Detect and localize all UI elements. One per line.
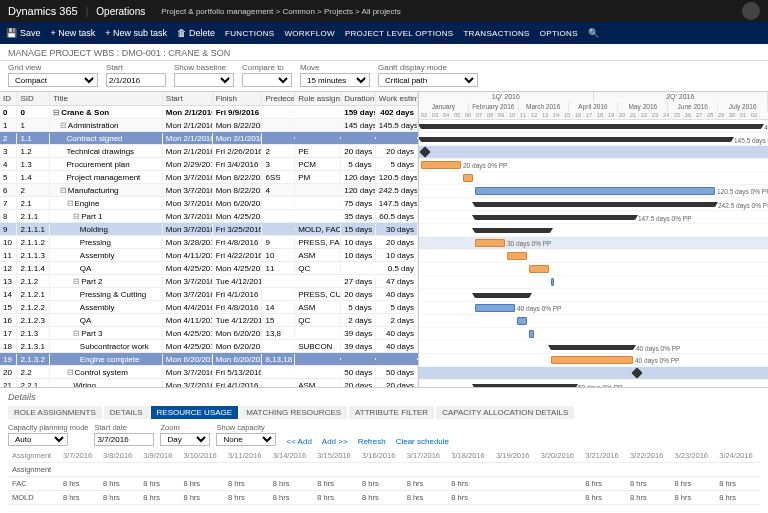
gantt-bar[interactable] [507,252,527,260]
expand-icon[interactable]: ⊟ [67,368,75,377]
delete-button[interactable]: 🗑Delete [177,28,215,38]
grid-row[interactable]: 152.1.2.2 Assembly Mon 4/4/2016Fri 4/8/2… [0,301,418,314]
top-bar: Dynamics 365 | Operations Project & port… [0,0,768,22]
grid-row[interactable]: 142.1.2.1 Pressing & Cutting Mon 3/7/201… [0,288,418,301]
gantt-bar[interactable]: 242.5 days 0% PP [475,202,715,207]
col-header[interactable]: SID [17,92,50,105]
grid-row[interactable]: 162.1.2.3 QA Mon 4/11/2016Tue 4/12/2016 … [0,314,418,327]
user-avatar[interactable] [742,2,760,20]
compare-select[interactable] [242,73,292,87]
detail-tab[interactable]: MATCHING RESOURCES [240,406,347,419]
breadcrumb[interactable]: Project & portfolio management > Common … [161,7,400,16]
gantt-bar[interactable] [419,146,430,157]
clear-link[interactable]: Clear schedule [396,437,449,446]
col-header[interactable]: Finish [213,92,263,105]
grid-row[interactable]: 102.1.1.2 Pressing Mon 3/28/2016Fri 4/8/… [0,236,418,249]
grid-row[interactable]: 00 ⊟Crane & Son Mon 2/1/2016Fri 9/9/2016… [0,106,418,119]
alloc-row[interactable]: Assignment [8,463,760,477]
menu-transactions[interactable]: TRANSACTIONS [463,29,529,38]
new-subtask-button[interactable]: + New sub task [105,28,167,38]
gantt-bar[interactable]: 30 days 0% PP [475,239,505,247]
refresh-link[interactable]: Refresh [358,437,386,446]
grid-row[interactable]: 21.1 Contract signed Mon 2/1/2016Mon 2/1… [0,132,418,145]
save-button[interactable]: 💾Save [6,28,41,38]
grid-row[interactable]: 122.1.1.4 QA Mon 4/25/2016Mon 4/25/2016 … [0,262,418,275]
move-select[interactable]: 15 minutes [300,73,370,87]
start-input[interactable] [106,73,166,87]
gantt-bar[interactable] [463,174,473,182]
grid-row[interactable]: 72.1 ⊟Engine Mon 3/7/2016Mon 6/20/2016 7… [0,197,418,210]
planning-select[interactable]: Auto [8,433,68,446]
menu-project-options[interactable]: PROJECT LEVEL OPTIONS [345,29,454,38]
action-toolbar: 💾Save + New task + New sub task 🗑Delete … [0,22,768,44]
grid-row[interactable]: 51.4 Project management Mon 3/7/2016Mon … [0,171,418,184]
grid-row[interactable]: 31.2 Technical drawings Mon 2/1/2016Fri … [0,145,418,158]
col-header[interactable]: Title [50,92,163,105]
col-header[interactable]: Start [163,92,213,105]
detail-start-input[interactable] [94,433,154,446]
alloc-row[interactable]: MOLD8 hrs8 hrs8 hrs8 hrs8 hrs8 hrs8 hrs8… [8,491,760,505]
gantt-bar[interactable]: 145.5 days 0% PP [421,137,731,142]
grid-row[interactable]: 41.3 Procurement plan Mon 2/29/2016Fri 3… [0,158,418,171]
detail-tab[interactable]: DETAILS [104,406,149,419]
col-header[interactable]: Role assignments [295,92,341,105]
menu-functions[interactable]: FUNCTIONS [225,29,274,38]
gantt-bar[interactable]: 402 days 0% PP [421,124,761,129]
gantt-bar[interactable] [517,317,527,325]
gantt-bar[interactable] [475,293,529,298]
gantt-row: 40 days 0% PP [419,341,768,354]
gantt-bar[interactable]: 50 days 0% PP [475,384,575,387]
zoom-select[interactable]: Day [160,433,210,446]
col-header[interactable]: Predeces.. [262,92,295,105]
capacity-select[interactable]: None [216,433,276,446]
gantt-bar[interactable] [529,330,534,338]
grid-row[interactable]: 212.2.1 Wiring Mon 3/7/2016Fri 4/1/2016 … [0,379,418,387]
gantt-bar[interactable] [529,265,549,273]
col-header[interactable]: ID [0,92,17,105]
expand-icon[interactable]: ⊟ [73,329,81,338]
gantt-bar[interactable]: 147.5 days 0% PP [475,215,635,220]
menu-options[interactable]: OPTIONS [540,29,578,38]
grid-row[interactable]: 62 ⊟Manufacturing Mon 3/7/2016Mon 8/22/2… [0,184,418,197]
grid-row[interactable]: 112.1.1.3 Assembly Mon 4/11/2016Fri 4/22… [0,249,418,262]
detail-tab[interactable]: RESOURCE USAGE [151,406,239,419]
grid-row[interactable]: 132.1.2 ⊟Part 2 Mon 3/7/2016Tue 4/12/201… [0,275,418,288]
expand-icon[interactable]: ⊟ [73,277,81,286]
menu-workflow[interactable]: WORKFLOW [284,29,334,38]
expand-icon[interactable]: ⊟ [67,199,75,208]
gantt-bar[interactable]: 40 days 0% PP [551,356,633,364]
detail-tab[interactable]: ATTRIBUTE FILTER [349,406,434,419]
grid-row[interactable]: 172.1.3 ⊟Part 3 Mon 4/25/2016Mon 6/20/20… [0,327,418,340]
alloc-row[interactable]: FAC8 hrs8 hrs8 hrs8 hrs8 hrs8 hrs8 hrs8 … [8,477,760,491]
grid-row[interactable]: 11 ⊟Administration Mon 2/1/2016Mon 8/22/… [0,119,418,132]
grid-row[interactable]: 182.1.3.1 Subcontractor work Mon 4/25/20… [0,340,418,353]
display-select[interactable]: Critical path [378,73,478,87]
expand-icon[interactable]: ⊟ [53,108,61,117]
grid-row[interactable]: 82.1.1 ⊟Part 1 Mon 3/7/2016Mon 4/25/2016… [0,210,418,223]
add-right-link[interactable]: Add >> [322,437,348,446]
gantt-bar[interactable]: 20 days 0% PP [421,161,461,169]
col-header[interactable]: Work estimate [376,92,418,105]
gantt-bar[interactable] [631,367,642,378]
grid-row[interactable]: 192.1.3.2 Engine complete Mon 6/20/2016M… [0,353,418,366]
expand-icon[interactable]: ⊟ [73,212,81,221]
new-task-button[interactable]: + New task [51,28,96,38]
expand-icon[interactable]: ⊟ [60,186,68,195]
search-icon[interactable]: 🔍 [588,28,599,38]
gantt-bar[interactable] [551,278,554,286]
detail-tab[interactable]: CAPACITY ALLOCATION DETAILS [436,406,574,419]
expand-icon[interactable]: ⊟ [60,121,68,130]
baseline-select[interactable] [174,73,234,87]
gantt-bar[interactable]: 40 days 0% PP [475,304,515,312]
gantt-bar[interactable]: 120.5 days 0% PP [475,187,715,195]
gantt-row: 145.5 days 0% PP [419,133,768,146]
details-title: Details [8,392,760,402]
gantt-bar[interactable] [475,228,550,233]
grid-row[interactable]: 202.2 ⊟Control system Mon 3/7/2016Fri 5/… [0,366,418,379]
gantt-bar[interactable]: 40 days 0% PP [551,345,633,350]
add-left-link[interactable]: << Add [286,437,311,446]
detail-tab[interactable]: ROLE ASSIGNMENTS [8,406,102,419]
col-header[interactable]: Duration [341,92,376,105]
grid-row[interactable]: 92.1.1.1 Molding Mon 3/7/2016Fri 3/25/20… [0,223,418,236]
gridview-select[interactable]: Compact [8,73,98,87]
